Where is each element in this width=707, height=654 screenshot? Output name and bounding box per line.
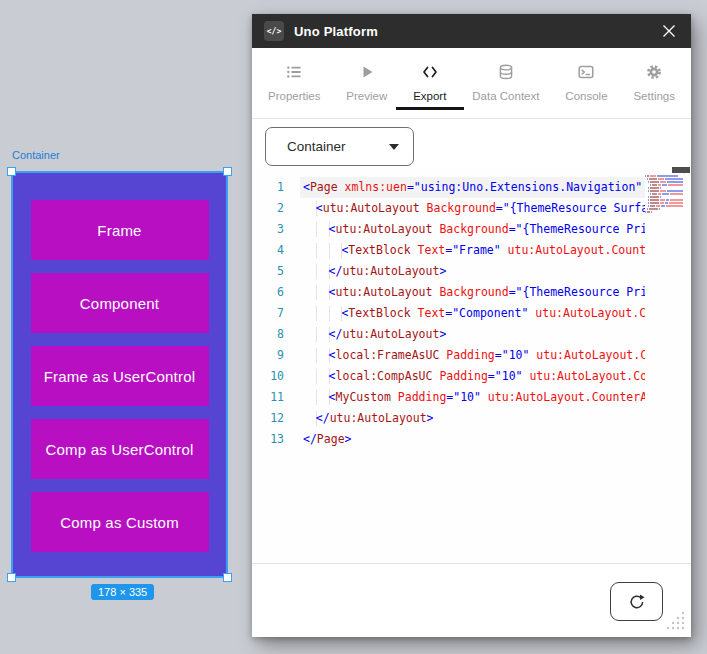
code-line: <local:CompAsUC Padding="10" utu:AutoLay… [300, 366, 685, 387]
line-number: 4 [252, 240, 300, 261]
minimap[interactable] [645, 175, 685, 563]
line-number: 12 [252, 408, 300, 429]
app-window: </> Uno Platform PropertiesPreviewExport… [252, 14, 691, 637]
line-number: 9 [252, 345, 300, 366]
size-badge: 178 × 335 [91, 584, 154, 600]
tab-label: Export [413, 90, 446, 102]
close-button[interactable] [659, 21, 679, 41]
tab-label: Data Context [472, 90, 539, 102]
selected-element: Container [287, 139, 346, 154]
selection-handle-top-left[interactable] [7, 167, 16, 176]
selected-container[interactable]: FrameComponentFrame as UserControlComp a… [11, 171, 228, 578]
design-button[interactable]: Frame [31, 200, 209, 260]
line-number: 7 [252, 303, 300, 324]
line-number: 8 [252, 324, 300, 345]
app-logo-icon: </> [264, 21, 284, 41]
selection-label: Container [12, 149, 60, 161]
tab-label: Properties [268, 90, 320, 102]
design-button[interactable]: Component [31, 273, 209, 333]
bottom-bar [252, 563, 691, 637]
element-selector-dropdown[interactable]: Container [265, 127, 414, 166]
line-number: 11 [252, 387, 300, 408]
code-line: </utu:AutoLayout> [300, 408, 685, 429]
code-line: <utu:AutoLayout Background="{ThemeResour… [300, 282, 685, 303]
tab-bar: PropertiesPreviewExportData ContextConso… [252, 48, 691, 119]
tab-export[interactable]: Export [413, 48, 446, 118]
line-number: 2 [252, 198, 300, 219]
chevron-down-icon [389, 144, 399, 150]
window-title: Uno Platform [294, 24, 378, 39]
code-line: <utu:AutoLayout Background="{ThemeResour… [300, 219, 685, 240]
code-icon [421, 63, 439, 85]
code-line: <utu:AutoLayout Background="{ThemeResour… [300, 198, 685, 219]
line-number: 6 [252, 282, 300, 303]
code-line: </utu:AutoLayout> [300, 261, 685, 282]
tab-settings[interactable]: Settings [633, 48, 675, 118]
desktop: { "canvas": { "selection_label": "Contai… [0, 0, 707, 654]
close-icon [662, 24, 676, 38]
tab-label: Settings [633, 90, 675, 102]
tab-console[interactable]: Console [565, 48, 607, 118]
code-line: <TextBlock Text="Frame" utu:AutoLayout.C… [300, 240, 685, 261]
code-line: </utu:AutoLayout> [300, 324, 685, 345]
toolbar: Container [252, 119, 691, 167]
database-icon [497, 63, 515, 85]
scrollbar-thumb[interactable] [672, 167, 690, 173]
code-line: <MyCustom Padding="10" utu:AutoLayout.Co… [300, 387, 685, 408]
code-lines: <Page xmlns:uen="using:Uno.Extensions.Na… [300, 177, 685, 450]
code-editor[interactable]: 12345678910111213 <Page xmlns:uen="using… [252, 167, 691, 563]
gear-icon [645, 63, 663, 85]
tab-label: Console [565, 90, 607, 102]
code-line: <Page xmlns:uen="using:Uno.Extensions.Na… [300, 177, 685, 198]
tab-data-context[interactable]: Data Context [472, 48, 539, 118]
titlebar: </> Uno Platform [252, 14, 691, 48]
code-line: <local:FrameAsUC Padding="10" utu:AutoLa… [300, 345, 685, 366]
line-number: 13 [252, 429, 300, 450]
tab-properties[interactable]: Properties [268, 48, 320, 118]
refresh-button[interactable] [610, 582, 663, 621]
active-tab-underline [396, 107, 464, 110]
line-number: 5 [252, 261, 300, 282]
selection-handle-top-right[interactable] [223, 167, 232, 176]
line-number: 10 [252, 366, 300, 387]
line-number: 1 [252, 177, 300, 198]
line-number: 3 [252, 219, 300, 240]
refresh-icon [627, 592, 647, 612]
resize-grip[interactable] [664, 609, 686, 631]
selection-handle-bottom-right[interactable] [223, 573, 232, 582]
design-button[interactable]: Comp as UserControl [31, 419, 209, 479]
list-icon [285, 63, 303, 85]
design-button[interactable]: Comp as Custom [31, 492, 209, 552]
play-icon [358, 63, 376, 85]
line-number-gutter: 12345678910111213 [252, 177, 300, 450]
code-line: <TextBlock Text="Component" utu:AutoLayo… [300, 303, 685, 324]
code-line: </Page> [300, 429, 685, 450]
tab-label: Preview [346, 90, 387, 102]
terminal-icon [577, 63, 595, 85]
tab-preview[interactable]: Preview [346, 48, 387, 118]
design-button[interactable]: Frame as UserControl [31, 346, 209, 406]
selection-handle-bottom-left[interactable] [7, 573, 16, 582]
